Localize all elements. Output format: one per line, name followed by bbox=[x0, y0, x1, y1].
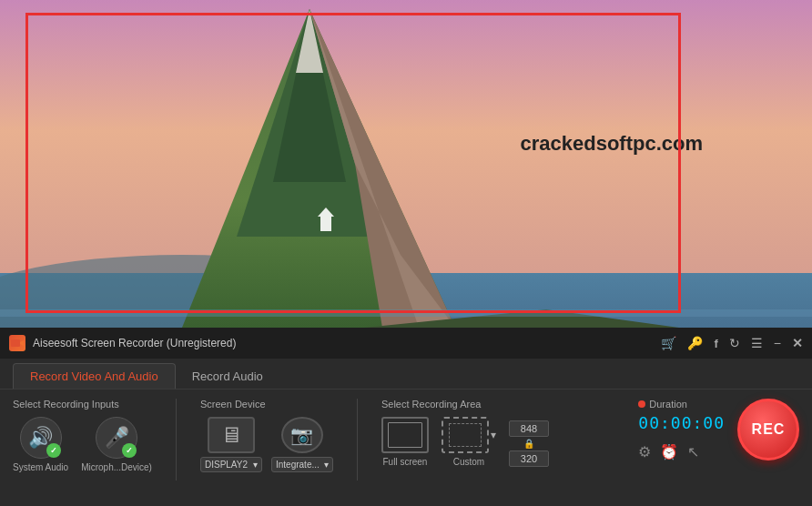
area-options: Full screen ▾ Custom 🔒 bbox=[381, 417, 611, 467]
system-audio-device[interactable]: 🔊 ✓ System Audio bbox=[13, 417, 68, 472]
microphone-label: Microph...Device) bbox=[81, 462, 152, 472]
settings-icon[interactable]: ⚙ bbox=[638, 443, 651, 460]
full-screen-label: Full screen bbox=[383, 457, 428, 467]
input-icons: 🔊 ✓ System Audio 🎤 ✓ Microph...Device) bbox=[13, 417, 152, 472]
key-icon[interactable]: 🔑 bbox=[687, 336, 703, 350]
screen-device-label: Screen Device bbox=[200, 399, 333, 410]
display-select-arrow: ▾ bbox=[253, 460, 258, 470]
webcam-select[interactable]: Integrate... ▾ bbox=[271, 457, 333, 472]
control-panel: Aiseesoft Screen Recorder (Unregistered)… bbox=[0, 328, 812, 506]
camera-icon: 📷 bbox=[281, 417, 323, 453]
microphone-device[interactable]: 🎤 ✓ Microph...Device) bbox=[81, 417, 152, 472]
tab-audio[interactable]: Record Audio bbox=[176, 364, 279, 389]
full-screen-box bbox=[381, 417, 429, 453]
system-audio-label: System Audio bbox=[13, 462, 68, 472]
webcam-select-arrow: ▾ bbox=[324, 460, 329, 470]
close-icon[interactable]: ✕ bbox=[792, 336, 803, 350]
microphone-check: ✓ bbox=[122, 443, 137, 458]
recording-area-label: Select Recording Area bbox=[381, 399, 611, 410]
display-select-value: DISPLAY2 bbox=[205, 460, 248, 470]
facebook-icon[interactable]: f bbox=[714, 337, 717, 350]
duration-rec-group: Duration 00:00:00 ⚙ ⏰ ↖ REC bbox=[629, 399, 799, 460]
duration-section: Duration 00:00:00 ⚙ ⏰ ↖ bbox=[638, 399, 725, 460]
lock-icon: 🔒 bbox=[523, 439, 534, 449]
title-bar-left: Aiseesoft Screen Recorder (Unregistered) bbox=[9, 335, 236, 351]
recording-area-section: Select Recording Area Full screen ▾ bbox=[381, 399, 611, 467]
alarm-icon[interactable]: ⏰ bbox=[660, 443, 678, 460]
duration-dot bbox=[638, 400, 645, 408]
cursor-icon[interactable]: ↖ bbox=[687, 443, 699, 460]
cart-icon[interactable]: 🛒 bbox=[661, 336, 676, 350]
svg-marker-15 bbox=[20, 340, 24, 346]
webcam-device[interactable]: 📷 Integrate... ▾ bbox=[271, 417, 333, 472]
duration-label-row: Duration bbox=[638, 399, 725, 410]
duration-label: Duration bbox=[649, 399, 687, 410]
system-audio-check: ✓ bbox=[46, 443, 61, 458]
full-screen-inner bbox=[388, 422, 422, 448]
custom-area-option[interactable]: ▾ Custom bbox=[442, 417, 496, 467]
menu-icon[interactable]: ☰ bbox=[751, 336, 763, 350]
title-bar: Aiseesoft Screen Recorder (Unregistered)… bbox=[0, 328, 812, 359]
monitor-device[interactable]: 🖥 DISPLAY2 ▾ bbox=[200, 417, 262, 472]
app-title: Aiseesoft Screen Recorder (Unregistered) bbox=[33, 337, 236, 349]
title-bar-right: 🛒 🔑 f ↻ ☰ − ✕ bbox=[661, 336, 803, 350]
width-input[interactable] bbox=[509, 420, 549, 437]
dimensions-group: 🔒 bbox=[509, 420, 549, 467]
display-select[interactable]: DISPLAY2 ▾ bbox=[200, 457, 262, 472]
custom-label: Custom bbox=[453, 457, 484, 467]
svg-rect-14 bbox=[11, 339, 20, 347]
app-logo-svg bbox=[10, 336, 25, 350]
recording-inputs-label: Select Recording Inputs bbox=[13, 399, 152, 410]
recording-inputs-section: Select Recording Inputs 🔊 ✓ System Audio… bbox=[13, 399, 152, 472]
screen-device-section: Screen Device 🖥 DISPLAY2 ▾ 📷 Integrate..… bbox=[200, 399, 333, 472]
system-audio-icon-wrap: 🔊 ✓ bbox=[20, 417, 62, 459]
tabs-bar: Record Video And Audio Record Audio bbox=[0, 359, 812, 390]
screen-device-icons: 🖥 DISPLAY2 ▾ 📷 Integrate... ▾ bbox=[200, 417, 333, 472]
custom-box bbox=[442, 417, 489, 453]
custom-inner bbox=[449, 423, 482, 447]
controls-area: Select Recording Inputs 🔊 ✓ System Audio… bbox=[0, 390, 812, 486]
app-icon bbox=[9, 335, 25, 351]
microphone-icon-wrap: 🎤 ✓ bbox=[96, 417, 137, 459]
preview-area bbox=[25, 13, 681, 313]
custom-dropdown-arrow[interactable]: ▾ bbox=[491, 429, 496, 441]
divider-1 bbox=[176, 399, 177, 481]
duration-time: 00:00:00 bbox=[638, 413, 725, 432]
full-screen-option[interactable]: Full screen bbox=[381, 417, 429, 467]
tab-video-audio[interactable]: Record Video And Audio bbox=[13, 363, 176, 389]
monitor-icon: 🖥 bbox=[208, 417, 255, 453]
rec-button[interactable]: REC bbox=[737, 399, 799, 460]
divider-2 bbox=[357, 399, 358, 481]
refresh-icon[interactable]: ↻ bbox=[729, 336, 740, 350]
minimize-icon[interactable]: − bbox=[774, 336, 781, 350]
height-input[interactable] bbox=[509, 450, 549, 467]
webcam-select-value: Integrate... bbox=[276, 460, 320, 470]
